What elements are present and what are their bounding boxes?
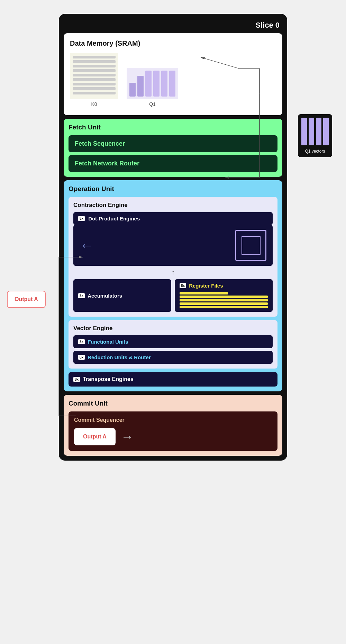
q1-col-2 — [137, 76, 144, 97]
register-box — [235, 230, 266, 261]
reg-files-header: 8x Register Files — [180, 283, 268, 289]
q1-vectors-cols — [301, 118, 329, 145]
k0-line-3 — [73, 65, 116, 67]
commit-unit-title: Commit Unit — [69, 400, 277, 407]
k0-line-7 — [73, 83, 116, 85]
data-memory-section: Data Memory (SRAM) — [64, 33, 282, 115]
transpose-label: Transpose Engines — [83, 376, 134, 382]
q1-vec-col-4 — [323, 118, 329, 145]
accumulator-label: Accumulators — [88, 293, 122, 299]
reg-file-line-2 — [180, 299, 268, 301]
operation-unit-title: Operation Unit — [69, 185, 277, 193]
register-outer-box — [235, 230, 266, 261]
reg-file-lines — [180, 292, 268, 308]
dot-product-label: Dot-Product Engines — [88, 216, 268, 221]
functional-units-row: 8x Functional Units — [73, 335, 273, 348]
arrow-right-icon: → — [121, 429, 134, 444]
reg-file-line-short — [180, 292, 228, 294]
q1-col-6 — [169, 71, 175, 97]
dot-product-row: 8x Dot-Product Engines — [73, 212, 273, 225]
transpose-badge: 8x — [73, 377, 80, 382]
q1-col-4 — [153, 71, 160, 97]
memory-visuals: K0 Q1 — [70, 53, 276, 110]
reduction-row: 8x Reduction Units & Router — [73, 351, 273, 364]
commit-unit-section: Commit Unit Commit Sequencer Output A → — [64, 395, 282, 456]
dot-product-badge: 8x — [78, 216, 85, 221]
q1-vec-col-3 — [316, 118, 321, 145]
arrow-left-icon: ← — [80, 237, 94, 254]
reduction-badge: 8x — [78, 355, 85, 360]
operation-unit-section: Operation Unit Contraction Engine 8x Dot… — [64, 180, 282, 391]
fetch-unit-section: Fetch Unit Fetch Sequencer Fetch Network… — [64, 119, 282, 177]
accumulator-box: 8x Accumulators — [73, 279, 171, 312]
commit-output-a: Output A — [74, 428, 116, 445]
contraction-arrow-up: ↑ — [73, 269, 273, 276]
contraction-engine-title: Contraction Engine — [73, 202, 273, 209]
q1-memory-block: Q1 — [127, 68, 178, 107]
commit-sequencer-box: Commit Sequencer Output A → — [69, 411, 277, 451]
functional-units-badge: 8x — [78, 339, 85, 344]
accumulator-badge: 8x — [78, 293, 85, 298]
accumulators-row: 8x Accumulators 8x Register Files — [73, 279, 273, 312]
functional-units-label: Functional Units — [88, 339, 128, 345]
reg-file-line-4 — [180, 306, 268, 308]
reduction-label: Reduction Units & Router — [88, 354, 151, 360]
vector-engine-title: Vector Engine — [73, 325, 273, 332]
k0-line-5 — [73, 74, 116, 76]
q1-vec-col-2 — [309, 118, 314, 145]
contraction-inner: ← — [73, 225, 273, 266]
register-files-label: Register Files — [189, 283, 223, 289]
reg-file-line-1 — [180, 296, 268, 298]
k0-line-8 — [73, 87, 116, 90]
q1-col-3 — [145, 71, 152, 97]
fetch-sequencer-label: Fetch Sequencer — [75, 140, 125, 147]
q1-vectors-box: Q1 vectors — [298, 114, 332, 157]
k0-line-4 — [73, 69, 116, 72]
fetch-sequencer-block: Fetch Sequencer — [69, 135, 277, 152]
q1-vec-col-1 — [301, 118, 307, 145]
register-files-badge: 8x — [180, 283, 186, 288]
fetch-network-router-block: Fetch Network Router — [69, 155, 277, 172]
k0-lines — [73, 56, 116, 94]
register-files-box: 8x Register Files — [175, 279, 273, 312]
k0-line-6 — [73, 78, 116, 81]
q1-col-1 — [129, 83, 136, 97]
k0-line-9 — [73, 92, 116, 94]
fetch-network-router-label: Fetch Network Router — [75, 160, 139, 167]
page-wrapper: Slice 0 Data Memory (SRAM) — [0, 0, 346, 644]
q1-col-5 — [161, 71, 167, 97]
data-memory-title: Data Memory (SRAM) — [70, 39, 276, 47]
output-a-box: Output A — [7, 291, 46, 308]
q1-vectors-label: Q1 vectors — [305, 149, 325, 154]
k0-label: K0 — [91, 101, 97, 107]
commit-sequencer-title: Commit Sequencer — [74, 417, 272, 423]
register-inner-box — [242, 236, 261, 255]
slice-container: Slice 0 Data Memory (SRAM) — [59, 14, 287, 461]
k0-line-1 — [73, 56, 116, 58]
q1-label: Q1 — [149, 101, 156, 107]
reg-file-line-3 — [180, 302, 268, 305]
output-a-label: Output A — [15, 296, 38, 302]
k0-memory-block: K0 — [70, 53, 118, 107]
vector-engine: Vector Engine 8x Functional Units 8x Red… — [69, 320, 277, 369]
fetch-unit-title: Fetch Unit — [69, 124, 277, 131]
commit-bottom-row: Output A → — [74, 428, 272, 445]
q1-block — [127, 68, 178, 99]
slice-title: Slice 0 — [64, 19, 282, 33]
contraction-engine: Contraction Engine 8x Dot-Product Engine… — [69, 197, 277, 317]
transpose-row: 8x Transpose Engines — [69, 372, 277, 387]
k0-block — [70, 53, 118, 99]
k0-line-2 — [73, 60, 116, 63]
